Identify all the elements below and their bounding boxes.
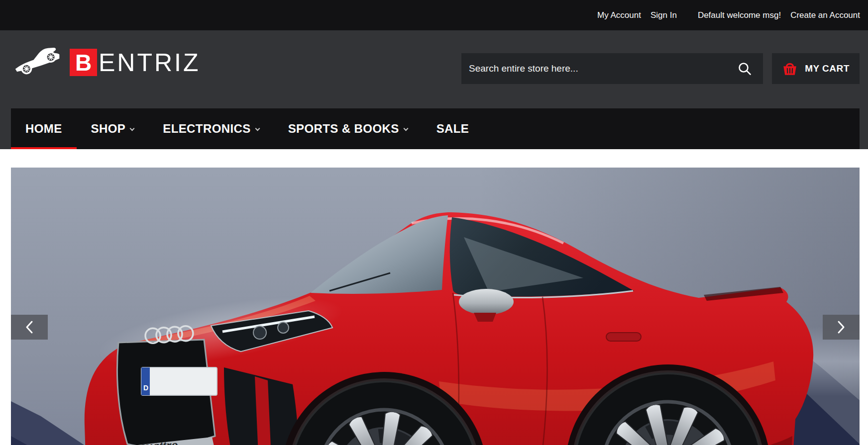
topbar: My Account Sign In Default welcome msg! … [0, 0, 868, 30]
nav-item-home[interactable]: HOME [11, 108, 77, 149]
nav-item-home-label: HOME [25, 122, 62, 136]
main-nav: HOME SHOP ELECTRONICS SPORTS & BOOKS SAL… [11, 108, 860, 149]
topbar-link-create-account[interactable]: Create an Account [790, 10, 860, 20]
hero-image: D quattro [11, 168, 860, 445]
chevron-down-icon [403, 126, 408, 131]
slider-prev-button[interactable] [11, 315, 48, 340]
header: B ENTRIZ MY CART [0, 30, 868, 108]
logo-text: ENTRIZ [99, 49, 201, 76]
chevron-down-icon [130, 126, 135, 131]
search-icon [737, 61, 752, 76]
chevron-down-icon [255, 126, 260, 131]
cart-label: MY CART [805, 63, 850, 74]
logo[interactable]: B ENTRIZ [11, 42, 201, 76]
chevron-left-icon [25, 320, 33, 334]
nav-item-sports-books-label: SPORTS & BOOKS [288, 122, 399, 136]
slider-next-button[interactable] [823, 315, 860, 340]
nav-item-sale-label: SALE [436, 122, 469, 136]
logo-letter-badge: B [70, 49, 97, 76]
plate-country-code: D [143, 384, 148, 392]
license-plate: D [141, 367, 217, 395]
nav-item-electronics[interactable]: ELECTRONICS [148, 108, 273, 149]
search-box [461, 53, 763, 84]
nav-item-electronics-label: ELECTRONICS [163, 122, 250, 136]
welcome-message: Default welcome msg! [698, 10, 781, 20]
door-handle [606, 333, 641, 341]
nav-item-sale[interactable]: SALE [422, 108, 484, 149]
nav-item-shop-label: SHOP [91, 122, 126, 136]
logo-car-icon [11, 43, 62, 75]
search-input[interactable] [461, 53, 726, 84]
search-button[interactable] [726, 61, 763, 76]
topbar-link-sign-in[interactable]: Sign In [651, 10, 677, 20]
topbar-link-my-account[interactable]: My Account [597, 10, 641, 20]
nav-item-shop[interactable]: SHOP [77, 108, 149, 149]
chevron-right-icon [837, 320, 845, 334]
hero-slider: D quattro [11, 168, 860, 445]
nav-item-sports-books[interactable]: SPORTS & BOOKS [274, 108, 422, 149]
cart-icon [782, 62, 798, 76]
main-nav-row: HOME SHOP ELECTRONICS SPORTS & BOOKS SAL… [0, 108, 868, 149]
cart-button[interactable]: MY CART [772, 53, 860, 84]
